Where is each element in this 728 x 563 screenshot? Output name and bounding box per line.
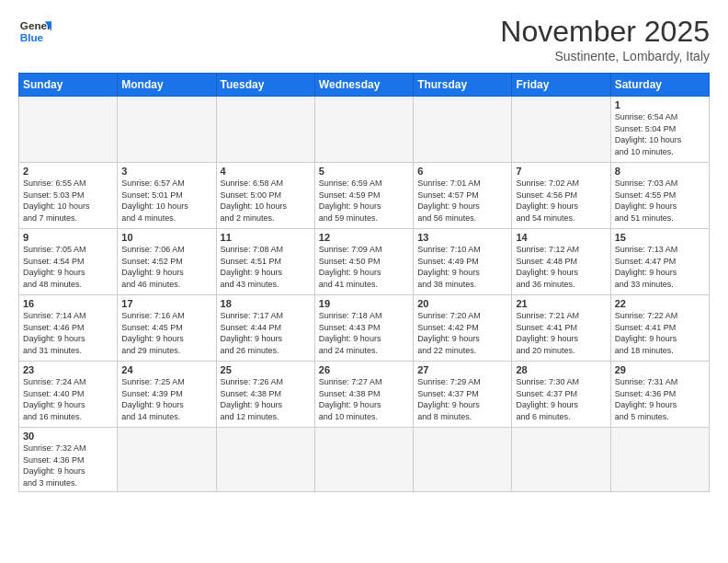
day-number: 19 (319, 298, 409, 309)
calendar-cell-17: 17Sunrise: 7:16 AM Sunset: 4:45 PM Dayli… (118, 295, 216, 362)
calendar-cell-15: 15Sunrise: 7:13 AM Sunset: 4:47 PM Dayli… (610, 229, 709, 295)
calendar-cell-empty (610, 428, 709, 492)
calendar-cell-29: 29Sunrise: 7:31 AM Sunset: 4:36 PM Dayli… (610, 362, 709, 428)
calendar-cell-21: 21Sunrise: 7:21 AM Sunset: 4:41 PM Dayli… (512, 295, 610, 362)
week-row-3: 16Sunrise: 7:14 AM Sunset: 4:46 PM Dayli… (19, 295, 710, 362)
day-number: 28 (516, 364, 606, 375)
day-number: 30 (23, 431, 113, 442)
day-number: 1 (615, 99, 705, 110)
day-number: 15 (615, 232, 705, 243)
calendar-cell-11: 11Sunrise: 7:08 AM Sunset: 4:51 PM Dayli… (216, 229, 314, 295)
calendar-cell-empty (512, 428, 610, 492)
month-title: November 2025 (500, 15, 710, 49)
location: Sustinente, Lombardy, Italy (500, 49, 710, 63)
calendar-cell-8: 8Sunrise: 7:03 AM Sunset: 4:55 PM Daylig… (610, 163, 709, 229)
weekday-header-monday: Monday (118, 74, 216, 97)
day-info: Sunrise: 7:09 AM Sunset: 4:50 PM Dayligh… (319, 244, 409, 290)
logo-icon: General Blue (18, 15, 51, 48)
day-info: Sunrise: 7:13 AM Sunset: 4:47 PM Dayligh… (615, 244, 705, 290)
day-number: 3 (121, 166, 211, 177)
day-number: 25 (221, 364, 311, 375)
calendar-cell-empty (512, 97, 610, 163)
day-info: Sunrise: 6:58 AM Sunset: 5:00 PM Dayligh… (221, 178, 311, 224)
day-info: Sunrise: 7:25 AM Sunset: 4:39 PM Dayligh… (121, 376, 211, 422)
day-info: Sunrise: 6:57 AM Sunset: 5:01 PM Dayligh… (121, 178, 211, 224)
day-number: 8 (615, 166, 705, 177)
calendar-cell-23: 23Sunrise: 7:24 AM Sunset: 4:40 PM Dayli… (19, 362, 118, 428)
calendar-cell-6: 6Sunrise: 7:01 AM Sunset: 4:57 PM Daylig… (414, 163, 512, 229)
day-info: Sunrise: 6:54 AM Sunset: 5:04 PM Dayligh… (615, 111, 705, 157)
day-number: 13 (417, 232, 507, 243)
day-info: Sunrise: 7:10 AM Sunset: 4:49 PM Dayligh… (417, 244, 507, 290)
weekday-header-thursday: Thursday (414, 74, 512, 97)
day-info: Sunrise: 7:01 AM Sunset: 4:57 PM Dayligh… (417, 178, 507, 224)
calendar-cell-empty (314, 428, 413, 492)
header: General Blue November 2025 Sustinente, L… (18, 15, 710, 63)
title-block: November 2025 Sustinente, Lombardy, Ital… (500, 15, 710, 63)
calendar-cell-7: 7Sunrise: 7:02 AM Sunset: 4:56 PM Daylig… (512, 163, 610, 229)
calendar-cell-18: 18Sunrise: 7:17 AM Sunset: 4:44 PM Dayli… (216, 295, 314, 362)
day-number: 5 (319, 166, 409, 177)
calendar-cell-empty (314, 97, 413, 163)
day-info: Sunrise: 7:26 AM Sunset: 4:38 PM Dayligh… (221, 376, 311, 422)
day-info: Sunrise: 7:31 AM Sunset: 4:36 PM Dayligh… (615, 376, 705, 422)
day-number: 27 (417, 364, 507, 375)
day-info: Sunrise: 7:08 AM Sunset: 4:51 PM Dayligh… (221, 244, 311, 290)
day-number: 20 (417, 298, 507, 309)
day-info: Sunrise: 7:03 AM Sunset: 4:55 PM Dayligh… (615, 178, 705, 224)
calendar-cell-13: 13Sunrise: 7:10 AM Sunset: 4:49 PM Dayli… (414, 229, 512, 295)
day-info: Sunrise: 7:21 AM Sunset: 4:41 PM Dayligh… (516, 310, 606, 356)
day-number: 21 (516, 298, 606, 309)
calendar-cell-14: 14Sunrise: 7:12 AM Sunset: 4:48 PM Dayli… (512, 229, 610, 295)
day-info: Sunrise: 7:05 AM Sunset: 4:54 PM Dayligh… (23, 244, 113, 290)
day-info: Sunrise: 7:02 AM Sunset: 4:56 PM Dayligh… (516, 178, 606, 224)
day-number: 16 (23, 298, 113, 309)
calendar-cell-empty (216, 428, 314, 492)
calendar-cell-5: 5Sunrise: 6:59 AM Sunset: 4:59 PM Daylig… (314, 163, 413, 229)
calendar-cell-9: 9Sunrise: 7:05 AM Sunset: 4:54 PM Daylig… (19, 229, 118, 295)
svg-text:Blue: Blue (20, 31, 44, 43)
calendar: SundayMondayTuesdayWednesdayThursdayFrid… (18, 73, 710, 492)
calendar-cell-20: 20Sunrise: 7:20 AM Sunset: 4:42 PM Dayli… (414, 295, 512, 362)
day-number: 14 (516, 232, 606, 243)
day-number: 26 (319, 364, 409, 375)
weekday-header-sunday: Sunday (19, 74, 118, 97)
calendar-cell-empty (118, 428, 216, 492)
day-number: 29 (615, 364, 705, 375)
calendar-cell-empty (414, 428, 512, 492)
week-row-2: 9Sunrise: 7:05 AM Sunset: 4:54 PM Daylig… (19, 229, 710, 295)
day-info: Sunrise: 7:27 AM Sunset: 4:38 PM Dayligh… (319, 376, 409, 422)
day-number: 10 (121, 232, 211, 243)
day-info: Sunrise: 7:18 AM Sunset: 4:43 PM Dayligh… (319, 310, 409, 356)
day-number: 2 (23, 166, 113, 177)
day-number: 23 (23, 364, 113, 375)
day-number: 18 (221, 298, 311, 309)
calendar-cell-24: 24Sunrise: 7:25 AM Sunset: 4:39 PM Dayli… (118, 362, 216, 428)
calendar-cell-empty (118, 97, 216, 163)
day-number: 7 (516, 166, 606, 177)
day-info: Sunrise: 7:14 AM Sunset: 4:46 PM Dayligh… (23, 310, 113, 356)
day-number: 6 (417, 166, 507, 177)
calendar-cell-2: 2Sunrise: 6:55 AM Sunset: 5:03 PM Daylig… (19, 163, 118, 229)
week-row-0: 1Sunrise: 6:54 AM Sunset: 5:04 PM Daylig… (19, 97, 710, 163)
day-info: Sunrise: 6:59 AM Sunset: 4:59 PM Dayligh… (319, 178, 409, 224)
day-info: Sunrise: 7:30 AM Sunset: 4:37 PM Dayligh… (516, 376, 606, 422)
day-info: Sunrise: 7:20 AM Sunset: 4:42 PM Dayligh… (417, 310, 507, 356)
day-number: 22 (615, 298, 705, 309)
calendar-cell-16: 16Sunrise: 7:14 AM Sunset: 4:46 PM Dayli… (19, 295, 118, 362)
svg-text:General: General (20, 19, 51, 31)
calendar-cell-25: 25Sunrise: 7:26 AM Sunset: 4:38 PM Dayli… (216, 362, 314, 428)
day-info: Sunrise: 7:12 AM Sunset: 4:48 PM Dayligh… (516, 244, 606, 290)
calendar-cell-4: 4Sunrise: 6:58 AM Sunset: 5:00 PM Daylig… (216, 163, 314, 229)
logo: General Blue (18, 15, 51, 48)
calendar-cell-22: 22Sunrise: 7:22 AM Sunset: 4:41 PM Dayli… (610, 295, 709, 362)
calendar-cell-1: 1Sunrise: 6:54 AM Sunset: 5:04 PM Daylig… (610, 97, 709, 163)
calendar-cell-3: 3Sunrise: 6:57 AM Sunset: 5:01 PM Daylig… (118, 163, 216, 229)
calendar-cell-12: 12Sunrise: 7:09 AM Sunset: 4:50 PM Dayli… (314, 229, 413, 295)
calendar-cell-10: 10Sunrise: 7:06 AM Sunset: 4:52 PM Dayli… (118, 229, 216, 295)
week-row-5: 30Sunrise: 7:32 AM Sunset: 4:36 PM Dayli… (19, 428, 710, 492)
day-number: 24 (121, 364, 211, 375)
day-info: Sunrise: 6:55 AM Sunset: 5:03 PM Dayligh… (23, 178, 113, 224)
day-info: Sunrise: 7:29 AM Sunset: 4:37 PM Dayligh… (417, 376, 507, 422)
day-info: Sunrise: 7:06 AM Sunset: 4:52 PM Dayligh… (121, 244, 211, 290)
